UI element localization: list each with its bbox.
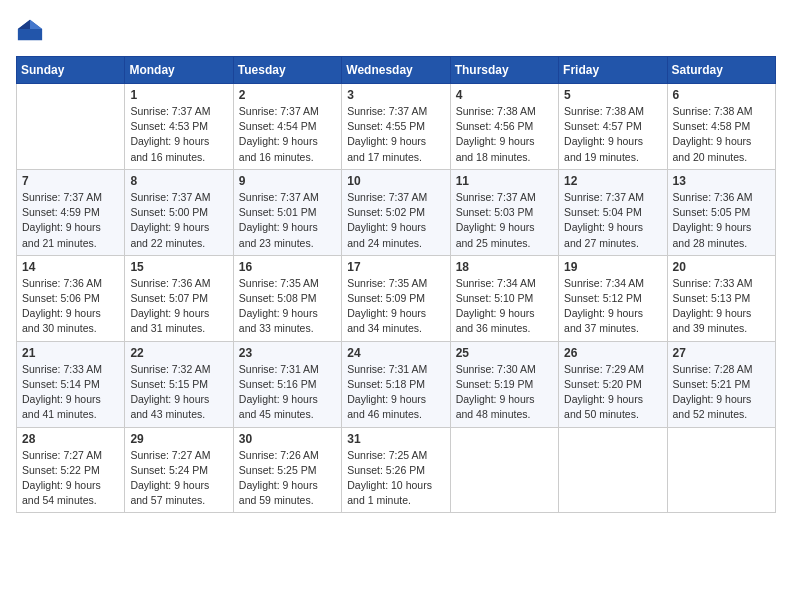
calendar-day-cell <box>667 427 775 513</box>
day-info: Sunrise: 7:38 AMSunset: 4:58 PMDaylight:… <box>673 104 770 165</box>
day-info: Sunrise: 7:28 AMSunset: 5:21 PMDaylight:… <box>673 362 770 423</box>
day-number: 11 <box>456 174 553 188</box>
calendar-day-cell <box>450 427 558 513</box>
day-number: 5 <box>564 88 661 102</box>
day-info: Sunrise: 7:26 AMSunset: 5:25 PMDaylight:… <box>239 448 336 509</box>
day-info: Sunrise: 7:37 AMSunset: 4:59 PMDaylight:… <box>22 190 119 251</box>
calendar-week-row: 28Sunrise: 7:27 AMSunset: 5:22 PMDayligh… <box>17 427 776 513</box>
calendar-week-row: 1Sunrise: 7:37 AMSunset: 4:53 PMDaylight… <box>17 84 776 170</box>
logo-icon <box>16 16 44 44</box>
calendar-day-cell: 3Sunrise: 7:37 AMSunset: 4:55 PMDaylight… <box>342 84 450 170</box>
calendar-day-cell: 14Sunrise: 7:36 AMSunset: 5:06 PMDayligh… <box>17 255 125 341</box>
day-info: Sunrise: 7:36 AMSunset: 5:06 PMDaylight:… <box>22 276 119 337</box>
day-info: Sunrise: 7:31 AMSunset: 5:16 PMDaylight:… <box>239 362 336 423</box>
day-info: Sunrise: 7:37 AMSunset: 5:03 PMDaylight:… <box>456 190 553 251</box>
day-number: 26 <box>564 346 661 360</box>
calendar-day-cell: 8Sunrise: 7:37 AMSunset: 5:00 PMDaylight… <box>125 169 233 255</box>
calendar-day-cell: 13Sunrise: 7:36 AMSunset: 5:05 PMDayligh… <box>667 169 775 255</box>
day-info: Sunrise: 7:37 AMSunset: 5:04 PMDaylight:… <box>564 190 661 251</box>
day-number: 13 <box>673 174 770 188</box>
calendar-day-cell: 5Sunrise: 7:38 AMSunset: 4:57 PMDaylight… <box>559 84 667 170</box>
day-number: 20 <box>673 260 770 274</box>
day-number: 8 <box>130 174 227 188</box>
weekday-header: Sunday <box>17 57 125 84</box>
day-number: 15 <box>130 260 227 274</box>
calendar-day-cell: 20Sunrise: 7:33 AMSunset: 5:13 PMDayligh… <box>667 255 775 341</box>
calendar-day-cell: 26Sunrise: 7:29 AMSunset: 5:20 PMDayligh… <box>559 341 667 427</box>
calendar-day-cell: 18Sunrise: 7:34 AMSunset: 5:10 PMDayligh… <box>450 255 558 341</box>
day-info: Sunrise: 7:37 AMSunset: 4:55 PMDaylight:… <box>347 104 444 165</box>
day-info: Sunrise: 7:38 AMSunset: 4:57 PMDaylight:… <box>564 104 661 165</box>
day-number: 10 <box>347 174 444 188</box>
calendar-day-cell: 11Sunrise: 7:37 AMSunset: 5:03 PMDayligh… <box>450 169 558 255</box>
calendar-day-cell: 15Sunrise: 7:36 AMSunset: 5:07 PMDayligh… <box>125 255 233 341</box>
calendar-day-cell: 6Sunrise: 7:38 AMSunset: 4:58 PMDaylight… <box>667 84 775 170</box>
weekday-header: Wednesday <box>342 57 450 84</box>
svg-marker-1 <box>30 20 42 29</box>
calendar-day-cell: 16Sunrise: 7:35 AMSunset: 5:08 PMDayligh… <box>233 255 341 341</box>
day-number: 23 <box>239 346 336 360</box>
day-number: 29 <box>130 432 227 446</box>
day-number: 2 <box>239 88 336 102</box>
day-info: Sunrise: 7:37 AMSunset: 5:00 PMDaylight:… <box>130 190 227 251</box>
weekday-header-row: SundayMondayTuesdayWednesdayThursdayFrid… <box>17 57 776 84</box>
day-number: 18 <box>456 260 553 274</box>
day-number: 28 <box>22 432 119 446</box>
weekday-header: Friday <box>559 57 667 84</box>
day-info: Sunrise: 7:38 AMSunset: 4:56 PMDaylight:… <box>456 104 553 165</box>
day-number: 3 <box>347 88 444 102</box>
calendar-week-row: 21Sunrise: 7:33 AMSunset: 5:14 PMDayligh… <box>17 341 776 427</box>
day-info: Sunrise: 7:25 AMSunset: 5:26 PMDaylight:… <box>347 448 444 509</box>
day-info: Sunrise: 7:37 AMSunset: 4:53 PMDaylight:… <box>130 104 227 165</box>
calendar-day-cell: 17Sunrise: 7:35 AMSunset: 5:09 PMDayligh… <box>342 255 450 341</box>
day-info: Sunrise: 7:34 AMSunset: 5:12 PMDaylight:… <box>564 276 661 337</box>
calendar-day-cell: 29Sunrise: 7:27 AMSunset: 5:24 PMDayligh… <box>125 427 233 513</box>
calendar-day-cell: 30Sunrise: 7:26 AMSunset: 5:25 PMDayligh… <box>233 427 341 513</box>
calendar-day-cell: 19Sunrise: 7:34 AMSunset: 5:12 PMDayligh… <box>559 255 667 341</box>
day-info: Sunrise: 7:35 AMSunset: 5:08 PMDaylight:… <box>239 276 336 337</box>
calendar-day-cell: 21Sunrise: 7:33 AMSunset: 5:14 PMDayligh… <box>17 341 125 427</box>
day-info: Sunrise: 7:37 AMSunset: 5:01 PMDaylight:… <box>239 190 336 251</box>
day-info: Sunrise: 7:36 AMSunset: 5:07 PMDaylight:… <box>130 276 227 337</box>
day-info: Sunrise: 7:27 AMSunset: 5:24 PMDaylight:… <box>130 448 227 509</box>
day-info: Sunrise: 7:37 AMSunset: 4:54 PMDaylight:… <box>239 104 336 165</box>
calendar-day-cell: 10Sunrise: 7:37 AMSunset: 5:02 PMDayligh… <box>342 169 450 255</box>
day-info: Sunrise: 7:31 AMSunset: 5:18 PMDaylight:… <box>347 362 444 423</box>
day-number: 4 <box>456 88 553 102</box>
calendar-day-cell <box>559 427 667 513</box>
day-number: 31 <box>347 432 444 446</box>
day-info: Sunrise: 7:34 AMSunset: 5:10 PMDaylight:… <box>456 276 553 337</box>
weekday-header: Tuesday <box>233 57 341 84</box>
day-number: 12 <box>564 174 661 188</box>
calendar-day-cell: 12Sunrise: 7:37 AMSunset: 5:04 PMDayligh… <box>559 169 667 255</box>
day-info: Sunrise: 7:33 AMSunset: 5:13 PMDaylight:… <box>673 276 770 337</box>
day-number: 14 <box>22 260 119 274</box>
day-info: Sunrise: 7:35 AMSunset: 5:09 PMDaylight:… <box>347 276 444 337</box>
calendar-week-row: 7Sunrise: 7:37 AMSunset: 4:59 PMDaylight… <box>17 169 776 255</box>
day-number: 24 <box>347 346 444 360</box>
calendar-day-cell: 7Sunrise: 7:37 AMSunset: 4:59 PMDaylight… <box>17 169 125 255</box>
day-info: Sunrise: 7:36 AMSunset: 5:05 PMDaylight:… <box>673 190 770 251</box>
calendar-day-cell: 4Sunrise: 7:38 AMSunset: 4:56 PMDaylight… <box>450 84 558 170</box>
calendar-day-cell: 9Sunrise: 7:37 AMSunset: 5:01 PMDaylight… <box>233 169 341 255</box>
day-info: Sunrise: 7:30 AMSunset: 5:19 PMDaylight:… <box>456 362 553 423</box>
svg-marker-2 <box>18 20 30 29</box>
day-info: Sunrise: 7:37 AMSunset: 5:02 PMDaylight:… <box>347 190 444 251</box>
calendar-day-cell: 1Sunrise: 7:37 AMSunset: 4:53 PMDaylight… <box>125 84 233 170</box>
page-header <box>16 16 776 44</box>
day-number: 30 <box>239 432 336 446</box>
day-info: Sunrise: 7:27 AMSunset: 5:22 PMDaylight:… <box>22 448 119 509</box>
day-number: 27 <box>673 346 770 360</box>
day-number: 19 <box>564 260 661 274</box>
weekday-header: Thursday <box>450 57 558 84</box>
day-number: 16 <box>239 260 336 274</box>
calendar-day-cell: 28Sunrise: 7:27 AMSunset: 5:22 PMDayligh… <box>17 427 125 513</box>
day-number: 25 <box>456 346 553 360</box>
day-number: 1 <box>130 88 227 102</box>
calendar-day-cell: 22Sunrise: 7:32 AMSunset: 5:15 PMDayligh… <box>125 341 233 427</box>
day-number: 9 <box>239 174 336 188</box>
day-number: 22 <box>130 346 227 360</box>
day-info: Sunrise: 7:33 AMSunset: 5:14 PMDaylight:… <box>22 362 119 423</box>
day-number: 7 <box>22 174 119 188</box>
calendar-day-cell <box>17 84 125 170</box>
